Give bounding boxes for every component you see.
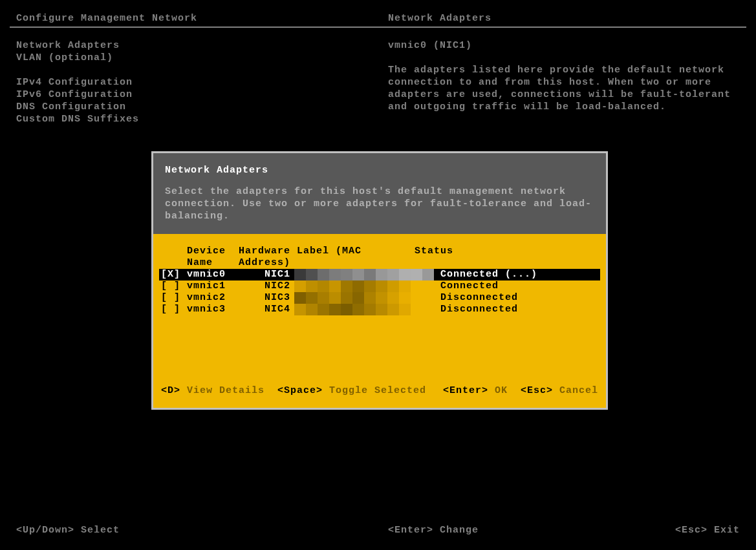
redacted-mac-icon [294,292,411,304]
menu-vlan[interactable]: VLAN (optional) [16,52,388,64]
bottom-bar: <Up/Down> Select <Enter> Change <Esc> Ex… [16,525,740,536]
device-name: vmnic0 [187,269,265,280]
hint-cancel[interactable]: <Esc> Cancel [521,385,598,396]
device-name: vmnic2 [187,292,265,304]
network-adapters-dialog: Network Adapters Select the adapters for… [151,151,608,410]
detail-heading: vmnic0 (NIC1) [388,39,740,52]
menu-dns-suffixes[interactable]: Custom DNS Suffixes [16,113,388,125]
hint-enter: <Enter> Change [388,525,610,536]
table-header: Device Name Hardware Label (MAC Address)… [161,246,598,269]
menu-ipv6[interactable]: IPv6 Configuration [16,89,388,101]
col-header-device: Device Name [161,246,239,269]
checkbox[interactable]: [X] [161,269,187,280]
dialog-footer: <D> View Details <Space> Toggle Selected… [161,385,598,396]
adapter-row-vmnic3[interactable]: [ ]vmnic3NIC4Disconnected [161,304,598,315]
hint-toggle-selected: <Space> Toggle Selected [277,385,426,396]
hint-view-details: <D> View Details [161,385,265,396]
checkbox[interactable]: [ ] [161,304,187,315]
col-header-status: Status [415,246,598,269]
hardware-label: NIC4 [265,304,440,315]
col-header-hw: Hardware Label (MAC Address) [239,246,415,269]
status: Connected (...) [440,269,598,280]
redacted-mac-icon [294,280,411,292]
hint-ok[interactable]: <Enter> OK [443,385,508,396]
adapter-row-vmnic1[interactable]: [ ]vmnic1NIC2Connected [161,280,598,292]
hardware-label: NIC1 [265,269,440,280]
menu-network-adapters[interactable]: Network Adapters [16,39,388,52]
hardware-label: NIC3 [265,292,440,304]
status: Disconnected [440,304,598,315]
redacted-mac-icon [294,304,411,315]
device-name: vmnic1 [187,280,265,292]
hint-updown: <Up/Down> Select [16,525,388,536]
dialog-title: Network Adapters [165,165,594,176]
page-title-left: Configure Management Network [16,13,388,24]
checkbox[interactable]: [ ] [161,280,187,292]
detail-description: The adapters listed here provide the def… [388,64,740,113]
device-name: vmnic3 [187,304,265,315]
status: Connected [440,280,598,292]
status: Disconnected [440,292,598,304]
divider [10,26,746,28]
hint-esc: <Esc> Exit [610,525,740,536]
page-title-right: Network Adapters [388,13,740,24]
redacted-mac-icon [294,269,434,280]
checkbox[interactable]: [ ] [161,292,187,304]
menu-dns[interactable]: DNS Configuration [16,101,388,113]
dialog-instructions: Select the adapters for this host's defa… [165,185,594,222]
adapter-row-vmnic2[interactable]: [ ]vmnic2NIC3Disconnected [161,292,598,304]
menu-ipv4[interactable]: IPv4 Configuration [16,76,388,89]
adapter-row-vmnic0[interactable]: [X]vmnic0NIC1Connected (...) [159,269,600,280]
left-menu: Network Adapters VLAN (optional) IPv4 Co… [16,39,388,125]
hardware-label: NIC2 [265,280,440,292]
